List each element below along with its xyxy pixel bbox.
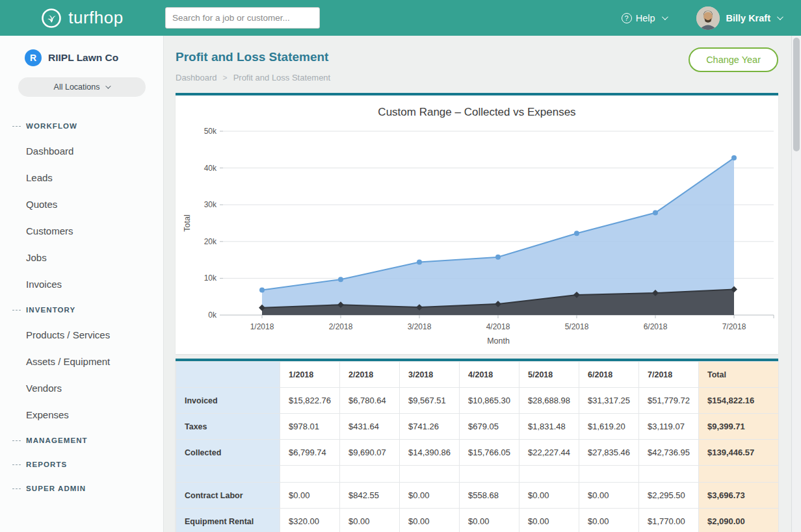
nav-section-label: SUPER ADMIN: [26, 485, 86, 492]
table-cell: $42,736.95: [639, 440, 699, 466]
pl-table: 1/20182/20183/20184/20185/20186/20187/20…: [176, 361, 779, 532]
sidebar-item-customers[interactable]: Customers: [0, 218, 163, 244]
table-cell: $9,690.07: [340, 440, 400, 466]
breadcrumb-separator-icon: >: [223, 73, 228, 82]
table-cell: $0.00: [340, 509, 400, 532]
row-total-cell: $139,446.57: [699, 440, 779, 466]
section-dash-icon: [12, 488, 21, 489]
locations-label: All Locations: [54, 82, 100, 92]
table-cell: $558.68: [460, 483, 519, 509]
row-label-cell: Contract Labor: [176, 483, 280, 509]
breadcrumb-dashboard[interactable]: Dashboard: [176, 73, 217, 82]
table-column-header: 4/2018: [460, 362, 519, 388]
breadcrumb: Dashboard > Profit and Loss Statement: [176, 73, 330, 82]
nav-section-label: REPORTS: [26, 461, 67, 468]
table-row-taxes: Taxes$978.01$431.64$741.26$679.05$1,831.…: [176, 414, 779, 440]
nav-section-reports[interactable]: REPORTS: [0, 452, 163, 476]
svg-text:40k: 40k: [204, 164, 217, 173]
svg-text:1/2018: 1/2018: [250, 322, 274, 331]
sidebar-item-quotes[interactable]: Quotes: [0, 191, 163, 218]
scrollbar-thumb[interactable]: [793, 38, 800, 151]
svg-text:5/2018: 5/2018: [565, 322, 589, 331]
table-cell: $1,831.48: [519, 414, 579, 440]
chevron-down-icon: [106, 83, 111, 88]
table-cell: $22,227.44: [519, 440, 579, 466]
row-label-cell: Taxes: [176, 414, 280, 440]
table-cell: $15,822.76: [280, 388, 340, 414]
sidebar-nav: WORKFLOWDashboardLeadsQuotesCustomersJob…: [0, 114, 163, 500]
table-cell: $431.64: [340, 414, 400, 440]
sidebar-item-jobs[interactable]: Jobs: [0, 244, 163, 271]
global-search: [165, 7, 320, 29]
nav-section-management[interactable]: MANAGEMENT: [0, 428, 163, 452]
table-cell: $9,567.51: [400, 388, 460, 414]
chart-title: Custom Range – Collected vs Expenses: [176, 95, 778, 121]
sidebar-item-leads[interactable]: Leads: [0, 164, 163, 191]
table-column-header: 5/2018: [519, 362, 579, 388]
avatar: [696, 6, 720, 30]
svg-text:Total: Total: [183, 214, 192, 231]
table-cell: $842.55: [340, 483, 400, 509]
nav-section-super-admin[interactable]: SUPER ADMIN: [0, 476, 163, 500]
table-column-header: 1/2018: [280, 362, 340, 388]
search-input[interactable]: [165, 7, 320, 29]
svg-text:2/2018: 2/2018: [329, 322, 353, 331]
nav-section-label: MANAGEMENT: [26, 437, 88, 444]
breadcrumb-current: Profit and Loss Statement: [233, 73, 331, 82]
table-cell: $6,780.64: [340, 388, 400, 414]
table-cell: [400, 466, 460, 483]
svg-text:10k: 10k: [204, 273, 217, 283]
row-total-cell: $2,090.00: [699, 509, 779, 532]
table-cell: $320.00: [280, 509, 340, 532]
table-cell: $3,119.07: [639, 414, 699, 440]
table-cell: $679.05: [460, 414, 519, 440]
table-column-header: 3/2018: [400, 362, 460, 388]
chart-card: Custom Range – Collected vs Expenses 0k1…: [176, 93, 778, 354]
locations-dropdown[interactable]: All Locations: [18, 77, 146, 97]
company-name: RIIPL Lawn Co: [48, 52, 118, 64]
svg-text:7/2018: 7/2018: [722, 322, 746, 331]
nav-section-label: WORKFLOW: [26, 122, 77, 130]
table-cell: $51,779.72: [639, 388, 699, 414]
turfhop-logo[interactable]: turfhop: [0, 7, 164, 29]
table-row-collected: Collected$6,799.74$9,690.07$14,390.86$15…: [176, 440, 779, 466]
table-cell: [579, 466, 639, 483]
section-dash-icon: [12, 126, 21, 127]
table-cell: $15,766.05: [460, 440, 519, 466]
row-label-cell: Collected: [176, 440, 280, 466]
sidebar-item-products-services[interactable]: Products / Services: [0, 322, 163, 348]
main-content: Profit and Loss Statement Dashboard > Pr…: [164, 36, 791, 532]
table-cell: $741.26: [400, 414, 460, 440]
help-label: Help: [636, 13, 655, 23]
table-cell: $0.00: [579, 509, 639, 532]
nav-section-label: INVENTORY: [26, 306, 75, 314]
row-label-cell: [176, 466, 280, 483]
nav-section-inventory[interactable]: INVENTORY: [0, 298, 163, 322]
table-spacer-row: [176, 466, 779, 483]
table-row-invoiced: Invoiced$15,822.76$6,780.64$9,567.51$10,…: [176, 388, 779, 414]
sidebar-item-assets-equipment[interactable]: Assets / Equipment: [0, 348, 163, 375]
help-menu[interactable]: ? Help: [622, 13, 666, 23]
table-cell: $27,835.46: [579, 440, 639, 466]
company-header[interactable]: R RIIPL Lawn Co: [0, 36, 163, 66]
table-cell: $28,688.98: [519, 388, 579, 414]
row-total-cell: [699, 466, 779, 483]
table-column-header: 2/2018: [340, 362, 400, 388]
change-year-button[interactable]: Change Year: [689, 47, 778, 72]
svg-text:Month: Month: [487, 336, 510, 346]
sidebar: R RIIPL Lawn Co All Locations WORKFLOWDa…: [0, 36, 164, 532]
section-dash-icon: [12, 440, 21, 441]
sidebar-item-invoices[interactable]: Invoices: [0, 271, 163, 298]
sidebar-item-expenses[interactable]: Expenses: [0, 401, 163, 428]
table-cell: $0.00: [519, 483, 579, 509]
user-menu[interactable]: Billy Kraft: [696, 6, 782, 30]
company-badge: R: [25, 49, 42, 66]
sidebar-item-dashboard[interactable]: Dashboard: [0, 138, 163, 164]
page-title: Profit and Loss Statement: [176, 47, 330, 64]
nav-section-workflow[interactable]: WORKFLOW: [0, 114, 163, 138]
table-cell: $0.00: [579, 483, 639, 509]
row-label-cell: Invoiced: [176, 388, 280, 414]
table-cell: [340, 466, 400, 483]
sidebar-item-vendors[interactable]: Vendors: [0, 375, 163, 401]
table-cell: $6,799.74: [280, 440, 340, 466]
